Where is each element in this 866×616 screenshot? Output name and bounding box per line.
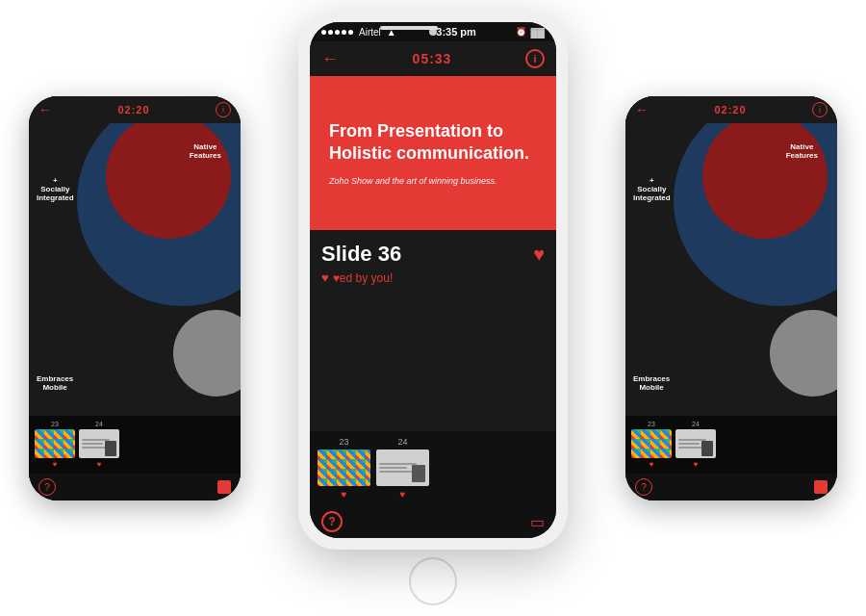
- slide-preview: From Presentation to Holistic communicat…: [310, 76, 556, 230]
- right-diagram: Native Features + Socially Integrated Em…: [625, 123, 837, 416]
- left-app-header: ← 02:20 i: [29, 96, 241, 123]
- left-socially-text: + Socially Integrated: [37, 176, 74, 202]
- right-phone: ← 02:20 i Native Features + Socially Int…: [625, 96, 837, 500]
- right-socially-text: + Socially Integrated: [633, 176, 671, 202]
- right-thumbnails: 23 ♥ 24 ♥: [625, 416, 837, 474]
- center-timer: 05:33: [413, 51, 452, 66]
- center-bottom-bar: ? ▭: [310, 505, 556, 538]
- liked-text: ♥♥ed by you!: [321, 270, 545, 285]
- left-thumb-23-heart: ♥: [53, 460, 58, 469]
- left-diagram: Native Features + Socially Integrated Em…: [29, 123, 241, 416]
- left-phone: ← 02:20 i Native Features + Socially Int…: [29, 96, 241, 500]
- heart-icon: ♥: [533, 244, 545, 266]
- left-thumb-23: 23 ♥: [35, 421, 75, 469]
- right-thumb-24-img: [675, 429, 716, 458]
- right-info-button[interactable]: i: [812, 102, 828, 117]
- center-thumbnails: 23 ♥ 24 ♥: [310, 431, 556, 505]
- left-thumb-24-img: [79, 429, 119, 458]
- center-phone-outer: Airtel ▲ 3:35 pm ⏰ ▓▓ ← 05:33 i: [298, 11, 568, 550]
- time-label: 3:35 pm: [436, 26, 476, 38]
- center-phone-wrapper: Airtel ▲ 3:35 pm ⏰ ▓▓ ← 05:33 i: [298, 11, 568, 605]
- status-bar: Airtel ▲ 3:35 pm ⏰ ▓▓: [310, 22, 556, 41]
- center-question-button[interactable]: ?: [321, 511, 343, 532]
- left-back-button[interactable]: ←: [38, 102, 52, 117]
- center-thumb-23-num: 23: [339, 437, 348, 447]
- left-timer: 02:20: [117, 104, 149, 116]
- slide-number: Slide 36: [321, 242, 401, 267]
- center-thumb-23-heart: ♥: [342, 489, 347, 500]
- left-bottom-bar: ?: [29, 474, 241, 500]
- right-embraces-text: Embraces Mobile: [633, 374, 670, 392]
- center-info-button[interactable]: i: [525, 49, 545, 68]
- center-thumb-23: 23 ♥: [318, 437, 370, 500]
- right-thumb-23: 23 ♥: [631, 421, 672, 469]
- right-question-button[interactable]: ?: [635, 478, 652, 496]
- right-thumb-23-img: [631, 429, 672, 458]
- right-square-button[interactable]: [814, 480, 828, 494]
- slide-info: Slide 36 ♥ ♥♥ed by you!: [310, 230, 556, 431]
- slide-area: From Presentation to Holistic communicat…: [310, 76, 556, 431]
- left-thumb-24: 24 ♥: [79, 421, 119, 469]
- battery-icon: ▓▓: [530, 27, 545, 38]
- left-thumb-23-img: [35, 429, 75, 458]
- left-embraces-text: Embraces Mobile: [37, 374, 73, 392]
- center-thumb-23-img: [318, 449, 370, 486]
- left-thumb-23-num: 23: [51, 421, 59, 427]
- center-back-button[interactable]: ←: [321, 50, 339, 67]
- left-circle-gray: [173, 310, 241, 397]
- home-button[interactable]: [409, 557, 457, 605]
- scene: ← 02:20 i Native Features + Socially Int…: [0, 0, 866, 616]
- left-native-text: Native Features: [190, 142, 221, 160]
- center-thumb-24: 24 ♥: [376, 437, 429, 500]
- left-question-button[interactable]: ?: [38, 478, 56, 496]
- right-thumb-23-heart: ♥: [650, 460, 654, 469]
- right-native-text: Native Features: [786, 142, 818, 160]
- slide-number-row: Slide 36 ♥: [321, 242, 545, 267]
- slide-main-text: From Presentation to Holistic communicat…: [329, 120, 537, 166]
- signal-dots: [321, 30, 353, 35]
- left-thumb-24-heart: ♥: [97, 460, 102, 469]
- left-thumbnails: 23 ♥ 24 ♥: [29, 416, 241, 474]
- right-thumb-24: 24 ♥: [675, 421, 716, 469]
- right-circle-gray: [770, 310, 837, 397]
- right-back-button[interactable]: ←: [635, 102, 649, 117]
- right-app-header: ← 02:20 i: [625, 96, 837, 123]
- right-thumb-24-heart: ♥: [694, 460, 699, 469]
- center-app-header: ← 05:33 i: [310, 41, 556, 76]
- right-thumb-23-num: 23: [648, 421, 655, 427]
- left-thumb-24-num: 24: [95, 421, 103, 427]
- center-thumb-24-heart: ♥: [400, 489, 406, 500]
- left-square-button[interactable]: [217, 480, 231, 494]
- center-thumb-24-img: [376, 449, 429, 486]
- right-bottom-bar: ?: [625, 474, 837, 500]
- center-expand-button[interactable]: ▭: [530, 513, 545, 531]
- right-thumb-24-num: 24: [692, 421, 700, 427]
- right-timer: 02:20: [714, 104, 746, 116]
- left-info-button[interactable]: i: [216, 102, 231, 117]
- wifi-icon: ▲: [387, 27, 396, 38]
- slide-subtitle: Zoho Show and the art of winning busines…: [329, 176, 537, 186]
- carrier-label: Airtel: [359, 27, 381, 38]
- center-thumb-24-num: 24: [397, 437, 407, 447]
- center-phone-inner: Airtel ▲ 3:35 pm ⏰ ▓▓ ← 05:33 i: [310, 22, 556, 538]
- right-status-icons: ⏰ ▓▓: [516, 27, 545, 38]
- alarm-icon: ⏰: [516, 27, 526, 37]
